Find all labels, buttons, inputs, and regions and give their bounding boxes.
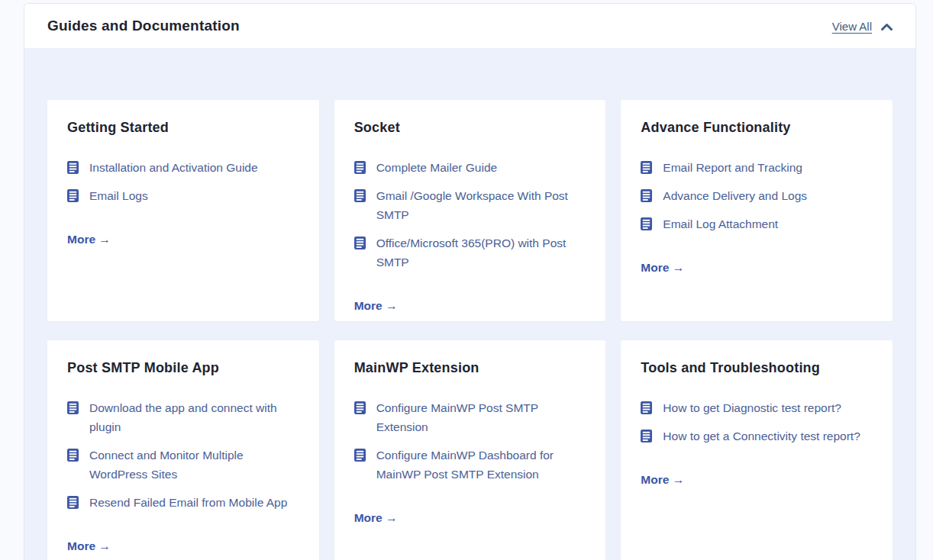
guide-card: Socket Complete Mailer Guide Gmail /Goo	[334, 100, 606, 321]
view-all-link[interactable]: View All	[832, 20, 872, 33]
document-lines-icon	[354, 189, 366, 202]
list-item: Email Log Attachment	[641, 214, 873, 233]
card-title: Advance Functionality	[641, 117, 873, 138]
more-link[interactable]: More →	[641, 473, 684, 487]
list-item: Installation and Activation Guide	[67, 158, 299, 177]
header-actions: View All	[832, 20, 893, 33]
card-title: MainWP Extension	[354, 358, 586, 378]
list-item: Download the app and connect with plugin	[67, 398, 299, 436]
card-links-list: Email Report and Tracking Advance Delive…	[641, 158, 873, 233]
guide-link[interactable]: Email Log Attachment	[663, 214, 778, 233]
card-title: Getting Started	[67, 117, 299, 138]
document-lines-icon	[641, 189, 652, 202]
guide-link[interactable]: Gmail /Google Workspace With Post SMTP	[376, 186, 586, 224]
list-item: Complete Mailer Guide	[354, 158, 586, 177]
list-item: Advance Delivery and Logs	[641, 186, 873, 205]
guide-link[interactable]: How to get a Connectivity test report?	[663, 426, 860, 446]
document-lines-icon	[354, 161, 366, 174]
guide-link[interactable]: Connect and Monitor Multiple WordPress S…	[89, 446, 299, 484]
document-lines-icon	[354, 449, 366, 462]
list-item: How to get a Connectivity test report?	[641, 426, 873, 446]
document-lines-icon	[641, 161, 652, 174]
list-item: Gmail /Google Workspace With Post SMTP	[354, 186, 586, 224]
list-item: Office/Microsoft 365(PRO) with Post SMTP	[354, 233, 586, 272]
document-lines-icon	[67, 449, 79, 462]
document-lines-icon	[67, 401, 79, 414]
document-lines-icon	[641, 217, 652, 230]
more-link[interactable]: More →	[354, 299, 398, 313]
card-title: Post SMTP Mobile App	[67, 358, 299, 378]
card-links-list: Download the app and connect with plugin…	[67, 398, 299, 512]
card-title: Tools and Troubleshooting	[641, 358, 873, 378]
guide-link[interactable]: Email Logs	[89, 186, 148, 205]
cards-grid: Getting Started Installation and Activat…	[47, 100, 893, 560]
page-background: Guides and Documentation View All Gettin…	[0, 0, 933, 560]
guides-and-documentation-panel: Guides and Documentation View All Gettin…	[24, 3, 916, 560]
more-link[interactable]: More →	[354, 511, 398, 525]
document-lines-icon	[354, 401, 366, 414]
guide-link[interactable]: Advance Delivery and Logs	[663, 186, 807, 205]
document-lines-icon	[67, 189, 79, 202]
guide-link[interactable]: Office/Microsoft 365(PRO) with Post SMTP	[376, 233, 586, 272]
guide-card: Tools and Troubleshooting How to get Dia…	[621, 340, 893, 560]
guide-card: Getting Started Installation and Activat…	[47, 100, 319, 321]
document-lines-icon	[354, 237, 366, 249]
guide-link[interactable]: Resend Failed Email from Mobile App	[89, 493, 287, 512]
guide-link[interactable]: Download the app and connect with plugin	[89, 398, 299, 436]
panel-body: Getting Started Installation and Activat…	[24, 48, 915, 560]
list-item: Email Report and Tracking	[641, 158, 873, 177]
document-lines-icon	[67, 161, 79, 174]
guide-link[interactable]: Email Report and Tracking	[663, 158, 802, 177]
document-lines-icon	[641, 430, 652, 443]
more-link[interactable]: More →	[67, 539, 111, 553]
guide-link[interactable]: Configure MainWP Dashboard for MainWP Po…	[376, 446, 586, 484]
guide-link[interactable]: Configure MainWP Post SMTP Extension	[376, 398, 586, 436]
guide-card: Post SMTP Mobile App Download the app an…	[47, 340, 319, 560]
more-link[interactable]: More →	[67, 233, 111, 246]
list-item: Resend Failed Email from Mobile App	[67, 493, 299, 512]
guide-card: MainWP Extension Configure MainWP Post S…	[334, 340, 606, 560]
list-item: Configure MainWP Post SMTP Extension	[354, 398, 586, 436]
card-links-list: Complete Mailer Guide Gmail /Google Work…	[354, 158, 586, 272]
panel-title: Guides and Documentation	[47, 18, 240, 34]
card-title: Socket	[354, 117, 586, 138]
more-link[interactable]: More →	[641, 261, 684, 275]
list-item: Configure MainWP Dashboard for MainWP Po…	[354, 446, 586, 484]
guide-link[interactable]: Complete Mailer Guide	[376, 158, 498, 177]
card-links-list: How to get Diagnostic test report? How t…	[641, 398, 873, 446]
document-lines-icon	[641, 401, 652, 414]
chevron-up-icon[interactable]	[880, 21, 893, 31]
guide-link[interactable]: Installation and Activation Guide	[89, 158, 258, 177]
guide-link[interactable]: How to get Diagnostic test report?	[663, 398, 841, 417]
list-item: Email Logs	[67, 186, 299, 205]
panel-header: Guides and Documentation View All	[24, 4, 915, 48]
card-links-list: Installation and Activation Guide Email …	[67, 158, 299, 205]
card-links-list: Configure MainWP Post SMTP Extension Con…	[354, 398, 586, 484]
document-lines-icon	[67, 496, 79, 509]
list-item: How to get Diagnostic test report?	[641, 398, 873, 417]
list-item: Connect and Monitor Multiple WordPress S…	[67, 446, 299, 484]
guide-card: Advance Functionality Email Report and T…	[621, 100, 893, 321]
